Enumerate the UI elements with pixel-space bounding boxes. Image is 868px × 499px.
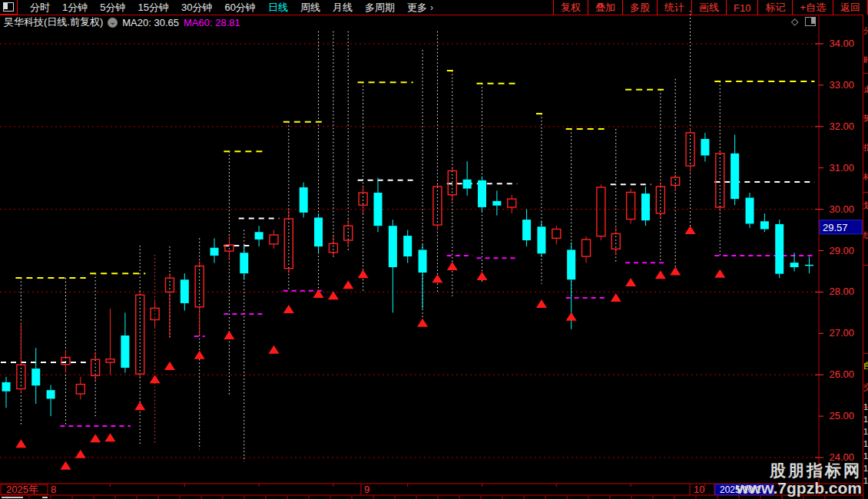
buy-triangle-12 [313, 289, 324, 298]
edge-glyph-4: 指 [863, 142, 868, 154]
candle-down-14[interactable] [210, 248, 219, 256]
buy-triangle-10 [268, 345, 279, 354]
candle-down-2[interactable] [31, 368, 40, 385]
edge-glyph-6: 划 [863, 200, 868, 212]
candle-down-43[interactable] [641, 193, 650, 220]
month-label-10: 10 [694, 484, 704, 495]
candlestick-chart[interactable]: 34.0033.0032.0031.0030.0029.0028.0027.00… [0, 0, 868, 499]
candle-up-18[interactable] [270, 235, 278, 244]
edge-sep-0 [863, 73, 868, 74]
candle-down-25[interactable] [374, 193, 383, 226]
edge-digit-3: 1 [863, 439, 868, 448]
month-label-9: 9 [364, 484, 369, 495]
right-edge-panel-clipped[interactable]: 分时走势指标划线自交1111111 [863, 15, 868, 499]
candle-down-12[interactable] [181, 279, 189, 303]
buy-triangle-5 [134, 402, 145, 410]
candle-down-0[interactable] [2, 382, 11, 392]
watermark-name: 股朋指标网 [736, 461, 862, 479]
price-label-27.00: 27.00 [829, 327, 854, 339]
candle-down-16[interactable] [240, 253, 248, 273]
chart-header: 昊华科技(日线.前复权) ⌄ MA20: 30.65 MA60: 28.81 [4, 16, 240, 28]
candle-up-9[interactable] [136, 295, 144, 374]
price-label-25.00: 25.00 [829, 410, 854, 421]
buy-triangle-3 [90, 434, 101, 442]
buy-triangle-25 [670, 266, 681, 275]
buy-triangle-24 [655, 270, 666, 279]
candle-down-31[interactable] [463, 180, 472, 189]
edge-glyph-0: 分 [863, 25, 868, 37]
candle-down-32[interactable] [478, 180, 486, 207]
header-icons: ◇ [791, 16, 816, 27]
edge-sep-3 [863, 353, 868, 354]
price-label-28.00: 28.00 [829, 286, 854, 297]
candle-down-35[interactable] [522, 220, 531, 240]
buy-triangle-14 [343, 280, 353, 289]
candle-up-37[interactable] [552, 229, 561, 238]
candle-down-49[interactable] [731, 154, 739, 199]
buy-triangle-23 [625, 278, 636, 286]
diamond-icon[interactable]: ◇ [791, 16, 798, 27]
candle-up-40[interactable] [597, 187, 605, 236]
buy-triangle-16 [417, 319, 428, 327]
buy-triangle-1 [60, 461, 71, 470]
buy-triangle-15 [358, 269, 369, 278]
candle-down-51[interactable] [760, 221, 769, 229]
buy-triangle-11 [283, 305, 294, 313]
candle-down-21[interactable] [314, 217, 323, 246]
mini-pane-icon[interactable] [805, 17, 816, 26]
price-label-26.00: 26.00 [829, 368, 854, 380]
edge-glyph-5: 标 [863, 171, 868, 183]
candle-up-22[interactable] [329, 243, 337, 252]
candle-up-39[interactable] [582, 240, 591, 256]
candle-down-33[interactable] [492, 201, 501, 206]
stock-title[interactable]: 昊华科技(日线.前复权) [4, 15, 103, 29]
candle-down-54[interactable] [805, 265, 813, 266]
candle-down-52[interactable] [775, 224, 784, 274]
buy-triangle-18 [447, 262, 458, 270]
buy-triangle-0 [15, 439, 26, 448]
price-label-31.00: 31.00 [829, 162, 854, 173]
candle-down-53[interactable] [790, 263, 799, 267]
chevron-down-icon[interactable]: ⌄ [108, 18, 118, 28]
candle-up-29[interactable] [433, 187, 442, 225]
year-label: 2025年 [6, 484, 38, 495]
ma20-value: MA20: 30.65 [122, 17, 179, 28]
candle-up-7[interactable] [106, 359, 114, 362]
candle-up-23[interactable] [344, 226, 353, 240]
edge-digit-1: 1 [863, 415, 868, 424]
edge-digit-6: 1 [863, 476, 868, 485]
month-label-8: 8 [51, 484, 56, 495]
candle-up-42[interactable] [627, 193, 635, 220]
edge-glyph-2: 走 [863, 84, 868, 95]
candle-down-17[interactable] [255, 232, 263, 240]
candle-down-28[interactable] [419, 250, 427, 273]
candle-down-36[interactable] [537, 226, 545, 253]
candle-down-3[interactable] [47, 390, 55, 398]
candle-down-8[interactable] [121, 335, 129, 368]
edge-digit-2: 1 [863, 427, 868, 436]
buy-triangle-7 [164, 362, 175, 370]
price-label-29.00: 29.00 [829, 245, 854, 256]
candle-down-20[interactable] [300, 187, 308, 213]
site-watermark: 股朋指标网 www.7gpzb.com [736, 461, 862, 497]
watermark-url: www.7gpzb.com [736, 479, 862, 497]
buy-triangle-4 [105, 433, 116, 441]
candle-down-47[interactable] [701, 139, 709, 156]
buy-triangle-26 [685, 226, 696, 234]
buy-triangle-6 [150, 375, 161, 383]
candle-down-26[interactable] [389, 226, 397, 267]
candle-up-45[interactable] [671, 177, 680, 185]
edge-glyph-red2: 交 [863, 382, 868, 393]
candle-down-27[interactable] [403, 236, 412, 256]
edge-digit-5: 1 [863, 464, 868, 473]
price-label-32.00: 32.00 [829, 121, 854, 132]
edge-digit-4: 1 [863, 451, 868, 461]
buy-triangle-8 [194, 351, 205, 359]
price-tag-value: 29.57 [823, 222, 848, 233]
buy-triangle-27 [714, 269, 725, 278]
candle-down-50[interactable] [746, 198, 754, 224]
candle-up-5[interactable] [76, 385, 84, 394]
candle-down-38[interactable] [567, 250, 575, 279]
candle-up-34[interactable] [508, 199, 516, 207]
price-label-34.00: 34.00 [829, 38, 854, 49]
